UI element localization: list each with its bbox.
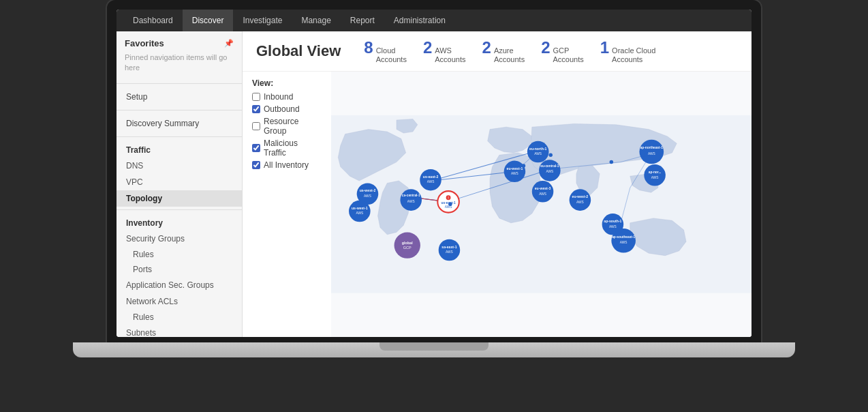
sidebar: Favorites 📌 Pinned navigation items will… — [117, 31, 243, 337]
svg-point-13 — [420, 169, 441, 191]
view-outbound[interactable]: Outbound — [252, 104, 322, 114]
svg-point-65 — [548, 153, 552, 157]
node-sa-east-1[interactable]: sa-east-1 AWS — [439, 239, 461, 261]
view-inbound[interactable]: Inbound — [252, 92, 322, 102]
node-ap-northeast-2[interactable]: ap-nor... AWS — [644, 164, 666, 186]
svg-point-67 — [641, 153, 645, 157]
svg-text:AWS: AWS — [427, 181, 435, 184]
svg-text:AWS: AWS — [511, 172, 518, 175]
favorites-label: Favorites — [125, 38, 164, 48]
sidebar-network-acls[interactable]: Network ACLs — [117, 293, 242, 310]
svg-text:eu-north-1: eu-north-1 — [529, 147, 546, 151]
svg-text:ap-northeast-1: ap-northeast-1 — [640, 147, 664, 150]
svg-point-36 — [527, 141, 549, 163]
svg-text:AWS: AWS — [546, 171, 553, 174]
divider-4 — [117, 209, 242, 210]
node-us-west-1[interactable]: us-west-1 AWS — [349, 201, 371, 222]
page-title: Global View — [256, 42, 341, 60]
stat-azure-accounts: 2 AzureAccounts — [482, 38, 525, 64]
sidebar-topology[interactable]: Topology — [117, 190, 242, 207]
svg-text:AWS: AWS — [620, 241, 627, 244]
node-eu-west-3[interactable]: eu-west-3 AWS — [532, 181, 554, 203]
screen: Dashboard Discover Investigate Manage Re… — [117, 10, 751, 337]
stat-cloud-number: 8 — [364, 38, 373, 57]
all-inventory-checkbox[interactable] — [252, 161, 260, 169]
nav-administration[interactable]: Administration — [384, 10, 455, 31]
svg-text:us-east-2: us-east-2 — [423, 175, 439, 179]
screen-bezel: Dashboard Discover Investigate Manage Re… — [107, 0, 761, 342]
outbound-checkbox[interactable] — [252, 105, 260, 113]
svg-text:AWS: AWS — [356, 212, 363, 216]
node-eu-west-2[interactable]: eu-west-2 AWS — [570, 190, 591, 211]
nav-report[interactable]: Report — [341, 10, 384, 31]
svg-text:eu-west-3: eu-west-3 — [535, 186, 551, 190]
stat-aws-label: AWSAccounts — [435, 46, 465, 64]
sidebar-app-sec-groups[interactable]: Application Sec. Groups — [117, 277, 242, 293]
stat-azure-label: AzureAccounts — [494, 46, 525, 64]
svg-text:AWS: AWS — [446, 251, 453, 254]
divider-3 — [117, 136, 242, 137]
nav-dashboard[interactable]: Dashboard — [123, 10, 183, 31]
svg-text:ca-central-1: ca-central-1 — [402, 194, 420, 198]
sidebar-vpc[interactable]: VPC — [117, 174, 242, 190]
resource-group-checkbox[interactable] — [252, 122, 260, 130]
inbound-checkbox[interactable] — [252, 93, 260, 101]
svg-point-19 — [349, 201, 371, 222]
svg-text:sa-east-1: sa-east-1 — [441, 245, 456, 249]
view-malicious-traffic[interactable]: Malicious Traffic — [252, 138, 322, 158]
nav-manage[interactable]: Manage — [292, 10, 340, 31]
stat-oracle-accounts: 1 Oracle CloudAccounts — [600, 38, 656, 64]
top-nav: Dashboard Discover Investigate Manage Re… — [117, 10, 751, 31]
svg-text:AWS: AWS — [445, 206, 452, 209]
view-label: View: — [252, 78, 322, 88]
node-eu-central-1[interactable]: eu-central-1 AWS — [539, 160, 561, 182]
stat-gcp-accounts: 2 GCPAccounts — [541, 38, 584, 64]
main-layout: Favorites 📌 Pinned navigation items will… — [117, 31, 751, 337]
view-all-inventory[interactable]: All Inventory — [252, 160, 322, 170]
sidebar-setup[interactable]: Setup — [117, 87, 242, 107]
svg-text:us-west-1: us-west-1 — [352, 206, 368, 210]
svg-text:ap-south-1: ap-south-1 — [604, 219, 621, 223]
view-resource-group[interactable]: Resource Group — [252, 117, 322, 136]
sidebar-security-groups[interactable]: Security Groups — [117, 231, 242, 247]
sidebar-rules-1[interactable]: Rules — [117, 247, 242, 262]
sidebar-discovery-summary[interactable]: Discovery Summary — [117, 113, 242, 134]
svg-text:GCP: GCP — [403, 246, 412, 250]
nav-investigate[interactable]: Investigate — [233, 10, 292, 31]
stat-aws-number: 2 — [423, 38, 432, 57]
malicious-traffic-checkbox[interactable] — [252, 144, 260, 152]
svg-text:eu-west-2: eu-west-2 — [572, 195, 589, 199]
laptop-outer: Dashboard Discover Investigate Manage Re… — [59, 0, 809, 412]
svg-text:AWS: AWS — [534, 153, 542, 156]
node-ap-northeast-1[interactable]: ap-northeast-1 AWS — [639, 140, 664, 164]
stat-azure-number: 2 — [482, 38, 491, 57]
stat-oracle-number: 1 — [600, 38, 609, 57]
node-us-east-2[interactable]: us-east-2 AWS — [420, 169, 441, 191]
stat-gcp-number: 2 — [541, 38, 550, 57]
node-eu-north-1[interactable]: eu-north-1 AWS — [527, 141, 549, 163]
nav-discover[interactable]: Discover — [183, 10, 234, 31]
traffic-header: Traffic — [117, 140, 242, 158]
svg-point-64 — [522, 164, 525, 168]
node-ap-southeast-1[interactable]: ap-southeast-1 AWS — [611, 229, 636, 253]
sidebar-ports[interactable]: Ports — [117, 262, 242, 277]
sidebar-subnets[interactable]: Subnets — [117, 325, 242, 337]
svg-text:AWS: AWS — [609, 225, 617, 229]
node-us-east-1[interactable]: ! us-east-1 AWS — [437, 191, 459, 213]
map-container: View: Inbound Outbound Re — [243, 72, 751, 337]
svg-point-63 — [448, 203, 452, 206]
node-eu-west-1[interactable]: eu-west-1 AWS — [504, 161, 526, 183]
sidebar-rules-2[interactable]: Rules — [117, 310, 242, 325]
stat-oracle-label: Oracle CloudAccounts — [612, 46, 655, 64]
svg-text:ap-nor...: ap-nor... — [649, 171, 662, 174]
node-global-gcp[interactable]: global GCP — [394, 233, 420, 259]
sidebar-favorites: Favorites 📌 — [117, 31, 242, 53]
svg-point-48 — [570, 190, 591, 211]
svg-text:AWS: AWS — [539, 192, 546, 196]
svg-point-66 — [610, 160, 613, 164]
node-ca-central-1[interactable]: ca-central-1 AWS — [400, 190, 422, 211]
sidebar-dns[interactable]: DNS — [117, 158, 242, 174]
svg-text:AWS: AWS — [364, 194, 371, 198]
stat-gcp-label: GCPAccounts — [553, 46, 584, 64]
divider-1 — [117, 83, 242, 84]
